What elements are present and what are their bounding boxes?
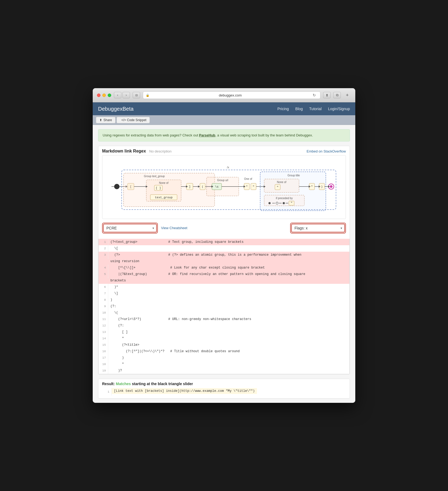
engine-select-outline: PCRE (102, 223, 158, 233)
line-num-17: 17 (99, 355, 108, 361)
minimize-button[interactable] (102, 94, 106, 97)
svg-text:": " (253, 185, 255, 188)
share-icon: ⬆ (99, 118, 102, 122)
line-num-6: 6 (99, 284, 108, 290)
code-text-16: (?:[^"]|(?<=\\)\")*? # Title without dou… (108, 348, 242, 355)
close-button[interactable] (97, 94, 100, 97)
code-line-3: 3 (?> # (?> defines an atomic group, thi… (99, 252, 349, 258)
flags-select[interactable]: Flags: x (291, 224, 345, 232)
regex-header: Markdown link Regex No description Embed… (98, 146, 350, 155)
line-num-18: 18 (99, 361, 108, 367)
tabs-button[interactable]: ⧉ (333, 92, 341, 98)
svg-text:\s: \s (215, 185, 218, 188)
line-num-5: 5 (99, 271, 108, 277)
code-text-12: (?: (108, 322, 126, 329)
title-bar: ‹ › ⊟ 🔒 debuggex.com ↻ ⬆ ⧉ + (93, 88, 355, 102)
nav-pricing[interactable]: Pricing (277, 107, 289, 111)
nav-login[interactable]: Login/Signup (328, 107, 350, 111)
svg-text:[ ]: [ ] (156, 187, 161, 190)
traffic-lights (97, 94, 111, 97)
regex-diagram: [ Group text_group None of [ ] text_grou… (107, 160, 341, 213)
embed-link[interactable]: Embed on StackOverflow (307, 149, 346, 153)
share-button[interactable]: ⬆ Share (96, 117, 115, 123)
nav-buttons: ‹ › (114, 92, 130, 98)
nav-blog[interactable]: Blog (295, 107, 303, 111)
svg-text:None of: None of (277, 181, 286, 184)
line-num-19: 19 (99, 367, 108, 374)
svg-point-43 (276, 202, 278, 204)
back-button[interactable]: ‹ (114, 92, 121, 98)
banner-link[interactable]: ParseHub (199, 133, 215, 137)
main-content: Using regexes for extracting data from w… (93, 125, 355, 403)
code-line-15: 15 (?<title> (99, 342, 349, 348)
code-line-10: 10 \( (99, 310, 349, 316)
new-tab-button[interactable]: + (344, 92, 351, 98)
code-line-3b: using recursion (99, 258, 349, 265)
code-line-5: 5 |(?&text_group) # OR: find recursively… (99, 271, 349, 277)
result-input-text[interactable]: [Link text with [brackets] inside](http:… (112, 388, 257, 394)
code-text-6: )* (108, 284, 120, 290)
regex-title: Markdown link Regex (102, 149, 146, 153)
line-num-7: 7 (99, 290, 108, 297)
code-line-9: 9 (?: (99, 303, 349, 310)
engine-select[interactable]: PCRE (103, 224, 157, 232)
nav-tutorial[interactable]: Tutorial (309, 107, 322, 111)
code-text-19: )? (108, 367, 124, 374)
result-label: Result: (102, 382, 115, 386)
code-text-4: [^\[\\]]+ # Look for any char except clo… (108, 265, 267, 271)
svg-text:": " (246, 185, 248, 188)
line-num-5b (99, 277, 108, 278)
fullscreen-button[interactable] (108, 94, 111, 97)
code-line-12: 12 (?: (99, 322, 349, 329)
code-line-11: 11 (?<url>\S*?) # URL: non-greedy non-wh… (99, 316, 349, 322)
code-text-13: [ ] (108, 329, 130, 335)
code-line-18: 18 " (99, 361, 349, 367)
share-button[interactable]: ⬆ (323, 92, 331, 98)
svg-text:None of: None of (159, 181, 168, 184)
code-line-14: 14 " (99, 335, 349, 342)
logo-text: Debuggex (98, 106, 122, 112)
reload-button[interactable]: ↻ (311, 92, 318, 98)
info-banner: Using regexes for extracting data from w… (98, 129, 350, 142)
code-line-6: 6 )* (99, 284, 349, 290)
code-text-10: \( (108, 310, 120, 316)
matches-label: Matches (116, 382, 131, 386)
code-text-14: " (108, 335, 126, 342)
line-num-10: 10 (99, 310, 108, 316)
cheatsheet-link[interactable]: View Cheatsheet (161, 226, 187, 230)
svg-text:Group text_group: Group text_group (144, 175, 165, 178)
code-line-2: 2 \[ (99, 245, 349, 252)
code-text-15: (?<title> (108, 342, 141, 348)
forward-button[interactable]: › (122, 92, 130, 98)
svg-text:/x: /x (227, 166, 229, 169)
share-label: Share (103, 118, 112, 122)
site-nav-links: Pricing Blog Tutorial Login/Signup (277, 107, 350, 111)
line-num-9: 9 (99, 303, 108, 310)
code-line-8: 8 ) (99, 297, 349, 303)
svg-text:if preceded by: if preceded by (276, 197, 293, 200)
flags-wrapper: Flags: x (290, 223, 346, 233)
flags-select-wrapper: Flags: x (291, 224, 345, 232)
sidebar-button[interactable]: ⊟ (133, 92, 140, 98)
regex-section: Markdown link Regex No description Embed… (98, 146, 350, 374)
address-bar[interactable]: 🔒 debuggex.com ↻ (143, 91, 320, 99)
code-line-19: 19 )? (99, 367, 349, 374)
code-snippet-button[interactable]: </> Code Snippet (117, 117, 150, 123)
line-num-3b (99, 258, 108, 259)
code-text-7: \] (108, 290, 120, 297)
svg-text:": " (277, 186, 279, 189)
svg-point-45 (283, 202, 285, 204)
code-text-1: (?<text_group> # Text group, including s… (108, 239, 246, 245)
svg-text:Group title: Group title (288, 174, 300, 177)
sub-nav: ⬆ Share </> Code Snippet (93, 115, 355, 125)
code-snippet-label: </> Code Snippet (121, 118, 146, 122)
svg-text:]: ] (189, 185, 191, 188)
line-num-12: 12 (99, 322, 108, 329)
code-line-17: 17 ) (99, 355, 349, 361)
code-text-5b: brackets (108, 277, 128, 284)
code-line-13: 13 [ ] (99, 329, 349, 335)
line-num-2: 2 (99, 245, 108, 252)
code-line-4: 4 [^\[\\]]+ # Look for any char except c… (99, 265, 349, 271)
svg-text:One of: One of (244, 177, 252, 180)
diagram-area: [ Group text_group None of [ ] text_grou… (102, 155, 346, 219)
